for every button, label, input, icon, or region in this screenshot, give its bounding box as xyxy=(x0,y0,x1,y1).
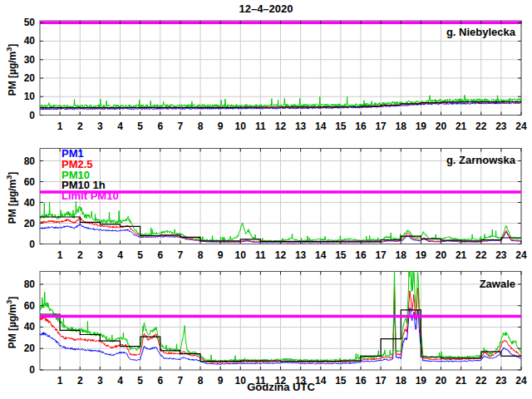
x-tick-label: 4 xyxy=(111,375,131,387)
x-tick-label: 1 xyxy=(50,121,70,132)
x-tick-label: 18 xyxy=(391,249,411,261)
x-tick-label: 2 xyxy=(70,375,90,387)
y-axis-label-close: ] xyxy=(7,172,18,175)
x-tick-label: 13 xyxy=(291,121,311,132)
x-tick-label: 8 xyxy=(190,121,210,132)
x-tick-label: 11 xyxy=(250,375,270,387)
x-tick-label: 5 xyxy=(131,375,150,387)
y-tick-label: 0 xyxy=(10,239,35,250)
x-tick-label: 6 xyxy=(150,249,170,261)
x-tick-label: 24 xyxy=(511,121,531,132)
x-tick-label: 9 xyxy=(210,375,230,387)
station-label-niebylecka: g. Niebylecka xyxy=(446,26,515,38)
x-tick-label: 1 xyxy=(50,375,70,387)
y-tick-label: 20 xyxy=(10,218,35,229)
x-tick-label: 17 xyxy=(371,121,391,132)
x-tick-label: 20 xyxy=(431,249,451,261)
x-tick-label: 21 xyxy=(451,121,471,132)
x-tick-label: 20 xyxy=(431,375,451,387)
x-tick-label: 7 xyxy=(170,249,190,261)
y-tick-label: 20 xyxy=(10,72,35,84)
x-tick-label: 2 xyxy=(70,121,90,132)
x-tick-label: 11 xyxy=(250,121,270,132)
x-tick-label: 17 xyxy=(371,375,391,387)
y-tick-label: 0 xyxy=(10,110,35,121)
x-tick-label: 5 xyxy=(131,249,150,261)
y-tick-label: 60 xyxy=(10,300,35,312)
x-tick-label: 23 xyxy=(491,375,511,387)
figure: 12–4–2020 PM [µg/m3] PM [µg/m3] PM [µg/m… xyxy=(0,0,532,399)
x-tick-label: 19 xyxy=(411,249,431,261)
x-tick-label: 6 xyxy=(150,121,170,132)
x-tick-label: 4 xyxy=(111,121,131,132)
x-tick-label: 17 xyxy=(371,249,391,261)
x-tick-label: 21 xyxy=(451,375,471,387)
x-tick-label: 24 xyxy=(511,249,531,261)
x-tick-label: 14 xyxy=(311,121,331,132)
y-tick-label: 20 xyxy=(10,342,35,354)
x-tick-label: 10 xyxy=(230,375,250,387)
y-tick-label: 0 xyxy=(10,364,35,376)
y-tick-label: 40 xyxy=(10,197,35,209)
x-tick-label: 10 xyxy=(230,249,250,261)
y-tick-label: 40 xyxy=(10,321,35,332)
x-tick-label: 12 xyxy=(271,121,291,132)
x-tick-label: 19 xyxy=(411,375,431,387)
x-tick-label: 4 xyxy=(111,249,131,261)
x-tick-label: 13 xyxy=(291,375,311,387)
x-tick-label: 8 xyxy=(190,249,210,261)
x-tick-label: 8 xyxy=(190,375,210,387)
x-tick-label: 14 xyxy=(311,375,331,387)
y-tick-label: 60 xyxy=(10,176,35,188)
x-tick-label: 12 xyxy=(271,249,291,261)
x-tick-label: 18 xyxy=(391,375,411,387)
x-tick-label: 15 xyxy=(331,249,351,261)
x-tick-label: 2 xyxy=(70,249,90,261)
x-tick-label: 19 xyxy=(411,121,431,132)
x-tick-label: 14 xyxy=(311,249,331,261)
x-tick-label: 1 xyxy=(50,249,70,261)
x-tick-label: 16 xyxy=(351,375,371,387)
x-tick-label: 7 xyxy=(170,121,190,132)
x-tick-label: 24 xyxy=(511,375,531,387)
chart-title: 12–4–2020 xyxy=(0,2,532,15)
station-label-zarnowska: g. Zarnowska xyxy=(446,154,515,166)
x-tick-label: 5 xyxy=(131,121,150,132)
y-tick-label: 40 xyxy=(10,35,35,47)
y-tick-label: 80 xyxy=(10,155,35,167)
x-tick-label: 22 xyxy=(471,121,491,132)
x-tick-label: 7 xyxy=(170,375,190,387)
x-tick-label: 12 xyxy=(271,375,291,387)
x-tick-label: 20 xyxy=(431,121,451,132)
x-tick-label: 3 xyxy=(90,375,110,387)
x-tick-label: 18 xyxy=(391,121,411,132)
y-tick-label: 50 xyxy=(10,17,35,28)
x-tick-label: 10 xyxy=(230,121,250,132)
x-tick-label: 23 xyxy=(491,249,511,261)
y-axis-label-sup: 3 xyxy=(5,47,13,52)
y-tick-label: 10 xyxy=(10,91,35,102)
x-tick-label: 15 xyxy=(331,121,351,132)
x-tick-label: 3 xyxy=(90,249,110,261)
legend: PM1 PM2.5 PM10 PM10 1h Limit PM10 xyxy=(62,149,119,202)
y-tick-label: 30 xyxy=(10,54,35,66)
x-tick-label: 11 xyxy=(250,249,270,261)
x-tick-label: 9 xyxy=(210,121,230,132)
x-tick-label: 16 xyxy=(351,249,371,261)
x-tick-label: 6 xyxy=(150,375,170,387)
x-tick-label: 16 xyxy=(351,121,371,132)
x-tick-label: 22 xyxy=(471,375,491,387)
x-tick-label: 9 xyxy=(210,249,230,261)
x-tick-label: 23 xyxy=(491,121,511,132)
x-tick-label: 22 xyxy=(471,249,491,261)
x-tick-label: 3 xyxy=(90,121,110,132)
x-tick-label: 13 xyxy=(291,249,311,261)
x-tick-label: 21 xyxy=(451,249,471,261)
legend-item-limit: Limit PM10 xyxy=(62,191,119,202)
station-label-zawale: Zawale xyxy=(480,278,515,290)
x-tick-label: 15 xyxy=(331,375,351,387)
y-tick-label: 80 xyxy=(10,278,35,290)
